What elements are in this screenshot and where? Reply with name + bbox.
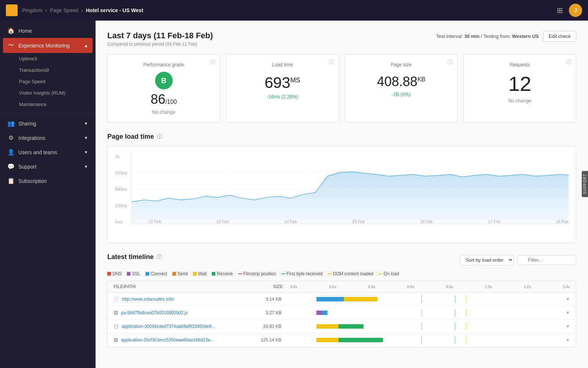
chart-svg — [132, 154, 569, 224]
page-load-title: Page load time ⓘ — [107, 133, 576, 141]
first-byte-line — [282, 273, 285, 274]
row1-timeline — [289, 296, 566, 303]
row1-file: 📄 http://www.solarsuites.info/ — [114, 297, 252, 302]
card-change-requests: No change — [471, 98, 569, 103]
legend-first-byte: First byte received — [282, 271, 323, 276]
ruler-2: 0.4s — [368, 285, 375, 289]
legend-dns: DNS — [107, 271, 122, 276]
info-icon-requests[interactable]: ⓘ — [566, 59, 571, 66]
experience-monitoring-icon: 〜 — [7, 42, 15, 49]
sidebar-item-uptime[interactable]: Uptime 3 — [19, 53, 96, 64]
info-icon-performance[interactable]: ⓘ — [210, 59, 215, 66]
row2-expand[interactable]: ▼ — [566, 310, 570, 315]
support-tab[interactable]: SUPPORT — [582, 171, 588, 197]
row4-expand[interactable]: ▼ — [566, 337, 570, 343]
grid-line-3 — [132, 206, 569, 206]
sidebar-label-experience-monitoring: Experience Monitoring — [18, 43, 69, 49]
info-icon-timeline[interactable]: ⓘ — [157, 254, 162, 261]
sort-select[interactable]: Sort by load order — [460, 255, 514, 265]
col-header-size: SIZE — [254, 284, 290, 289]
legend-onload-label: On load — [384, 271, 399, 276]
row4-bar-receive — [338, 338, 383, 342]
row4-file: 🖼 application-20cf303ecc5350eae60aa168d2… — [114, 337, 252, 343]
vline-blue-1 — [455, 296, 455, 303]
page-title-area: Last 7 days (11 Feb-18 Feb) Compared to … — [107, 31, 213, 47]
row1-path[interactable]: http://www.solarsuites.info/ — [122, 297, 174, 302]
sidebar-item-home[interactable]: 🏠 Home — [0, 24, 96, 38]
avatar[interactable]: J — [569, 4, 582, 17]
breadcrumb-sep2: › — [81, 7, 83, 13]
sidebar-item-subscription[interactable]: 📋 Subscription — [0, 174, 96, 188]
breadcrumb-pagespeed[interactable]: Page Speed — [50, 7, 78, 13]
filter-wrap — [517, 255, 576, 265]
info-icon-chart[interactable]: ⓘ — [157, 134, 162, 140]
row2-timeline — [289, 309, 566, 316]
vline-yellow-3 — [466, 323, 466, 330]
row2-size: 3.27 KB — [252, 310, 289, 315]
row2-bar-connect — [322, 311, 327, 315]
grid-line-2 — [132, 189, 569, 189]
x-label-5: 17 Feb — [488, 219, 501, 224]
receive-color — [212, 272, 215, 276]
page-title: Last 7 days (11 Feb-18 Feb) — [107, 31, 213, 40]
edit-check-button[interactable]: Edit check — [543, 31, 576, 42]
layout: 🏠 Home 〜 Experience Monitoring ▲ Uptime … — [0, 21, 588, 368]
y-label-2: 500ms — [115, 187, 130, 191]
legend-send-label: Send — [178, 271, 188, 276]
row3-expand[interactable]: ▼ — [566, 324, 570, 329]
y-label-1: 250ms — [115, 204, 130, 208]
timeline-table: FILE/PATH SIZE 0.0s 0.2s 0.4s 0.6s 0.8s … — [107, 281, 576, 347]
breadcrumb-current: Hotel service - US West — [86, 7, 143, 13]
legend-connect-label: Connect — [151, 271, 167, 276]
row2-path[interactable]: pa-5b97ffa8cea07b00160000d2.js — [121, 310, 188, 315]
card-title-page-size: Page size — [352, 62, 450, 67]
sidebar-item-maintenance[interactable]: Maintenance — [19, 99, 96, 110]
sidebar-item-visitor-insights[interactable]: Visitor Insights (RUM) — [19, 87, 96, 99]
table-header: FILE/PATH SIZE 0.0s 0.2s 0.4s 0.6s 0.8s … — [108, 281, 576, 293]
sidebar-label-transactions: Transactions — [19, 67, 46, 73]
apps-icon[interactable]: ⊞ — [557, 6, 563, 15]
card-value-performance: 86/100 — [115, 92, 212, 107]
breadcrumb-pingdom[interactable]: Pingdom — [22, 7, 42, 13]
sidebar-item-transactions[interactable]: Transactions 9 — [19, 64, 96, 76]
sidebar-item-sharing[interactable]: 👥 Sharing ▼ — [0, 116, 96, 131]
sidebar-item-experience-monitoring[interactable]: 〜 Experience Monitoring ▲ — [3, 38, 93, 53]
row1-expand[interactable]: ▼ — [566, 297, 570, 302]
ruler-6: 1.2s — [524, 285, 531, 289]
card-title-load-time: Load time — [234, 62, 331, 67]
sidebar-item-integrations[interactable]: ⚙ Integrations ▼ — [0, 131, 96, 145]
y-label-3: 750ms — [115, 171, 130, 175]
page-subtitle: Compared to previous period (04 Feb-11 F… — [107, 42, 213, 47]
sidebar-item-page-speed[interactable]: Page Speed — [19, 76, 96, 87]
send-color — [172, 272, 176, 276]
breadcrumb-sep1: › — [45, 7, 47, 13]
vline-yellow-4 — [466, 336, 466, 344]
row3-bar-wait — [316, 324, 338, 329]
filter-input[interactable] — [517, 255, 576, 265]
legend-onload: On load — [379, 271, 399, 276]
sidebar-label-visitor-insights: Visitor Insights (RUM) — [19, 90, 65, 96]
row3-size: 24.83 KB — [252, 324, 289, 329]
row4-size: 125.14 KB — [252, 337, 289, 343]
sidebar-label-uptime: Uptime — [19, 56, 34, 61]
ruler-4: 0.8s — [446, 285, 453, 289]
sidebar-item-support[interactable]: 💬 Support ▼ — [0, 159, 96, 174]
info-icon-page-size[interactable]: ⓘ — [448, 59, 453, 66]
table-row: {} application-30044cded7374aa68af933450… — [108, 320, 576, 333]
chevron-up-icon: ▲ — [84, 43, 88, 48]
card-value-requests: 12 — [471, 72, 569, 96]
dns-color — [107, 272, 111, 276]
info-icon-load-time[interactable]: ⓘ — [329, 59, 334, 66]
vline-blue-2 — [455, 309, 455, 316]
row3-path[interactable]: application-30044cded7374aa68af9334504e6… — [122, 324, 215, 329]
legend-receive-label: Receive — [217, 271, 233, 276]
divider1 — [0, 113, 96, 113]
row4-path[interactable]: application-20cf303ecc5350eae60aa168d23a… — [121, 337, 214, 343]
ruler-1: 0.2s — [329, 285, 336, 289]
breadcrumb: Pingdom › Page Speed › Hotel service - U… — [22, 7, 143, 13]
metric-card-performance: ⓘ Performance grade B 86/100 No change — [107, 54, 220, 123]
file-icon-4: 🖼 — [114, 337, 118, 343]
subscription-icon: 📋 — [7, 177, 15, 184]
file-icon-2: 🖼 — [114, 310, 118, 315]
sidebar-item-users-teams[interactable]: 👤 Users and teams ▼ — [0, 145, 96, 159]
